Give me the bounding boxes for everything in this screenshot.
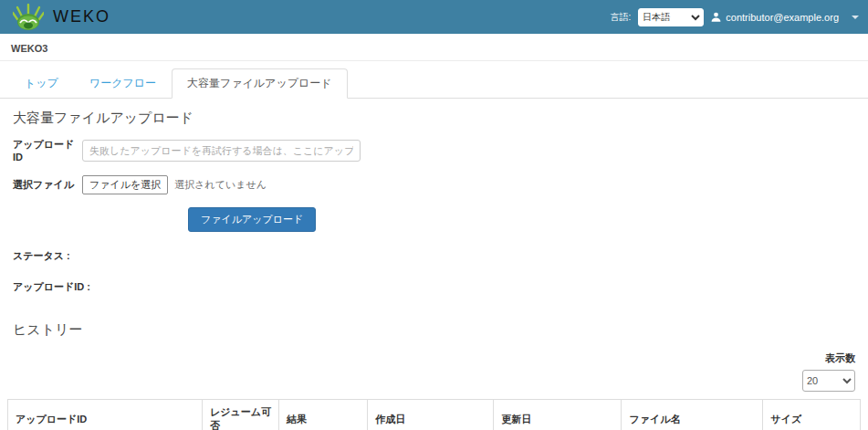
weko-logo-icon: [13, 4, 44, 31]
top-header: WEKO 言語: 日本語 contributor@example.org: [0, 0, 868, 34]
tab-bar: トップ ワークフロー 大容量ファイルアップロード: [0, 63, 868, 99]
page-size-control: 表示数 20: [0, 351, 868, 392]
file-selection-status: 選択されていません: [174, 178, 267, 192]
upload-id-label: アップロードID: [13, 138, 82, 163]
site-bar: WEKO3: [0, 34, 868, 61]
site-name: WEKO3: [11, 43, 47, 54]
brand-title: WEKO: [53, 7, 110, 26]
col-upload-id: アップロードID: [8, 400, 203, 430]
status-label: ステータス :: [13, 250, 70, 261]
page-size-label: 表示数: [0, 351, 855, 365]
file-select-label: 選択ファイル: [13, 178, 82, 192]
history-table: アップロードID レジューム可否 結果 作成日 更新日 ファイル名 サイズ e4…: [7, 399, 861, 430]
col-filename: ファイル名: [622, 400, 763, 430]
col-updated: 更新日: [494, 400, 622, 430]
user-email: contributor@example.org: [726, 12, 839, 23]
file-upload-button[interactable]: ファイルアップロード: [188, 207, 316, 232]
language-select[interactable]: 日本語: [638, 8, 704, 26]
user-caret-icon[interactable]: [852, 16, 859, 19]
col-resume: レジューム可否: [202, 400, 278, 430]
choose-file-button[interactable]: ファイルを選択: [82, 175, 168, 194]
history-title: ヒストリー: [13, 321, 857, 339]
tab-top[interactable]: トップ: [9, 68, 74, 99]
col-created: 作成日: [368, 400, 494, 430]
language-label: 言語:: [611, 11, 632, 24]
page-size-select[interactable]: 20: [802, 370, 855, 392]
page-title: 大容量ファイルアップロード: [13, 110, 857, 127]
upload-id-input[interactable]: [82, 140, 361, 162]
table-header-row: アップロードID レジューム可否 結果 作成日 更新日 ファイル名 サイズ: [8, 400, 861, 430]
col-size: サイズ: [763, 400, 861, 430]
tab-bulk-file-upload[interactable]: 大容量ファイルアップロード: [172, 68, 348, 99]
tab-workflow[interactable]: ワークフロー: [74, 68, 172, 99]
user-menu[interactable]: contributor@example.org: [711, 12, 839, 23]
current-upload-id-label: アップロードID :: [13, 281, 90, 292]
user-icon: [711, 12, 721, 22]
weko-logo-link[interactable]: WEKO: [13, 4, 110, 31]
col-result: 結果: [279, 400, 368, 430]
